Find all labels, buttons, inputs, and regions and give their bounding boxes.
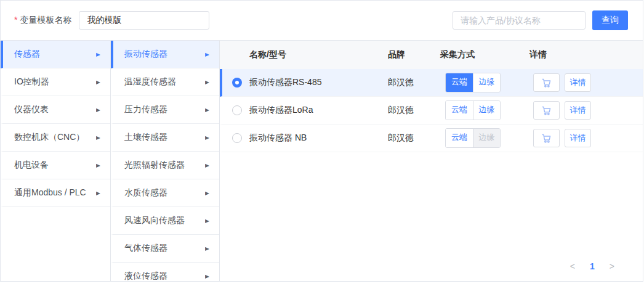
category-item-label: 通用Modbus / PLC	[14, 187, 86, 198]
subcategory-item-label: 振动传感器	[124, 49, 167, 60]
edge-mode-button-disabled: 边缘	[473, 129, 500, 147]
query-button[interactable]: 查询	[592, 10, 628, 30]
subcategory-item-soil[interactable]: 土壤传感器 ▶	[111, 124, 219, 152]
detail-cell: 详情	[529, 101, 643, 120]
category-item-cnc[interactable]: 数控机床（CNC） ▶	[1, 124, 110, 152]
subcategory-item-light-radiation[interactable]: 光照辐射传感器 ▶	[111, 152, 219, 179]
caret-right-icon: ▶	[205, 274, 209, 279]
caret-right-icon: ▶	[96, 135, 100, 141]
caret-right-icon: ▶	[96, 107, 100, 113]
cart-icon	[541, 133, 552, 144]
category-item-sensor[interactable]: 传感器 ▶	[1, 41, 110, 68]
detail-button[interactable]: 详情	[565, 129, 591, 147]
pagination-next-icon[interactable]: >	[607, 260, 617, 272]
subcategory-item-liquid-level[interactable]: 液位传感器 ▶	[111, 263, 219, 282]
caret-right-icon: ▶	[205, 80, 209, 85]
detail-button[interactable]: 详情	[565, 101, 591, 120]
subcategory-item-temp-humidity[interactable]: 温湿度传感器 ▶	[111, 68, 219, 96]
subcategory-item-wind[interactable]: 风速风向传感器 ▶	[111, 207, 219, 235]
subcategory-item-label: 温湿度传感器	[124, 76, 176, 88]
add-to-cart-button[interactable]	[533, 129, 560, 147]
cart-icon	[541, 77, 552, 89]
category-item-modbus-plc[interactable]: 通用Modbus / PLC ▶	[1, 179, 110, 207]
subcategory-item-gas[interactable]: 气体传感器 ▶	[111, 235, 219, 263]
template-name-label-text: 变量模板名称	[20, 15, 71, 25]
required-marker: *	[14, 15, 17, 25]
product-brand: 郎汉德	[388, 133, 440, 144]
header-name: 名称/型号	[249, 49, 388, 60]
collect-mode-cell: 云端 边缘	[440, 100, 529, 120]
category-item-label: 仪器仪表	[14, 104, 49, 115]
caret-right-icon: ▶	[205, 52, 209, 57]
radio-unselected[interactable]	[232, 105, 242, 115]
detail-cell: 详情	[529, 129, 643, 147]
cloud-mode-button[interactable]: 云端	[446, 73, 473, 92]
template-name-input[interactable]	[79, 11, 209, 30]
table-header: 名称/型号 品牌 采集方式 详情	[220, 41, 643, 69]
radio-selected[interactable]	[232, 78, 242, 88]
header-detail: 详情	[529, 49, 643, 60]
collect-mode-group: 云端 边缘	[445, 128, 501, 148]
caret-right-icon: ▶	[205, 163, 209, 168]
radio-unselected[interactable]	[232, 133, 242, 143]
cart-icon	[541, 105, 552, 116]
edge-mode-button[interactable]: 边缘	[473, 101, 500, 120]
pagination-page-1[interactable]: 1	[587, 260, 597, 272]
add-to-cart-button[interactable]	[533, 73, 560, 92]
row-radio-cell	[222, 105, 249, 115]
product-brand: 郎汉德	[388, 77, 440, 88]
table-row: 振动传感器LoRa 郎汉德 云端 边缘 详情	[220, 97, 643, 125]
caret-right-icon: ▶	[205, 190, 209, 196]
subcategory-item-pressure[interactable]: 压力传感器 ▶	[111, 96, 219, 124]
row-radio-cell	[222, 78, 249, 88]
template-name-label: *变量模板名称	[14, 15, 71, 26]
detail-button[interactable]: 详情	[565, 73, 591, 92]
content-body: 传感器 ▶ IO控制器 ▶ 仪器仪表 ▶ 数控机床（CNC） ▶ 机电设备	[1, 41, 643, 281]
table-row: 振动传感器RS-485 郎汉德 云端 边缘 详情	[220, 69, 643, 97]
caret-right-icon: ▶	[205, 246, 209, 251]
pagination: < 1 >	[568, 260, 617, 272]
caret-right-icon: ▶	[205, 135, 209, 141]
detail-cell: 详情	[529, 73, 643, 92]
product-table: 名称/型号 品牌 采集方式 详情 振动传感器RS-485 郎汉德 云端	[220, 41, 643, 281]
caret-right-icon: ▶	[96, 80, 100, 85]
caret-right-icon: ▶	[205, 107, 209, 113]
category-item-electromechanical[interactable]: 机电设备 ▶	[1, 152, 110, 179]
subcategory-item-water-quality[interactable]: 水质传感器 ▶	[111, 179, 219, 207]
cloud-mode-button[interactable]: 云端	[446, 101, 473, 120]
category-item-instruments[interactable]: 仪器仪表 ▶	[1, 96, 110, 124]
collect-mode-cell: 云端 边缘	[440, 128, 529, 148]
subcategory-item-label: 光照辐射传感器	[124, 160, 185, 171]
category-item-label: 机电设备	[14, 160, 49, 171]
variable-template-page: *变量模板名称 查询 传感器 ▶ IO控制器 ▶ 仪器仪表 ▶	[0, 0, 644, 286]
subcategory-item-label: 土壤传感器	[124, 132, 167, 143]
category-item-label: IO控制器	[14, 76, 49, 88]
header-collect-mode: 采集方式	[440, 49, 529, 60]
subcategory-menu: 振动传感器 ▶ 温湿度传感器 ▶ 压力传感器 ▶ 土壤传感器 ▶ 光照辐射传感器	[111, 41, 220, 281]
category-item-io-controller[interactable]: IO控制器 ▶	[1, 68, 110, 96]
row-radio-cell	[222, 133, 249, 143]
product-name: 振动传感器 NB	[249, 133, 388, 144]
caret-right-icon: ▶	[96, 163, 100, 168]
category-item-label: 传感器	[14, 49, 40, 60]
caret-right-icon: ▶	[96, 52, 100, 57]
caret-right-icon: ▶	[96, 190, 100, 196]
subcategory-item-label: 气体传感器	[124, 243, 167, 254]
product-search-input[interactable]	[453, 11, 586, 30]
cloud-mode-button[interactable]: 云端	[446, 129, 473, 147]
header-brand: 品牌	[388, 49, 440, 60]
add-to-cart-button[interactable]	[533, 101, 560, 120]
subcategory-item-vibration[interactable]: 振动传感器 ▶	[111, 41, 219, 68]
collect-mode-cell: 云端 边缘	[440, 73, 529, 92]
pagination-prev-icon[interactable]: <	[568, 260, 578, 272]
main-panel: *变量模板名称 查询 传感器 ▶ IO控制器 ▶ 仪器仪表 ▶	[0, 0, 643, 282]
category-menu: 传感器 ▶ IO控制器 ▶ 仪器仪表 ▶ 数控机床（CNC） ▶ 机电设备	[1, 41, 111, 281]
subcategory-item-label: 压力传感器	[124, 104, 167, 115]
product-name: 振动传感器RS-485	[249, 77, 388, 88]
subcategory-item-label: 液位传感器	[124, 271, 167, 282]
subcategory-item-label: 风速风向传感器	[124, 215, 185, 226]
product-name: 振动传感器LoRa	[249, 105, 388, 116]
edge-mode-button[interactable]: 边缘	[473, 73, 500, 92]
caret-right-icon: ▶	[205, 218, 209, 224]
subcategory-item-label: 水质传感器	[124, 187, 167, 198]
